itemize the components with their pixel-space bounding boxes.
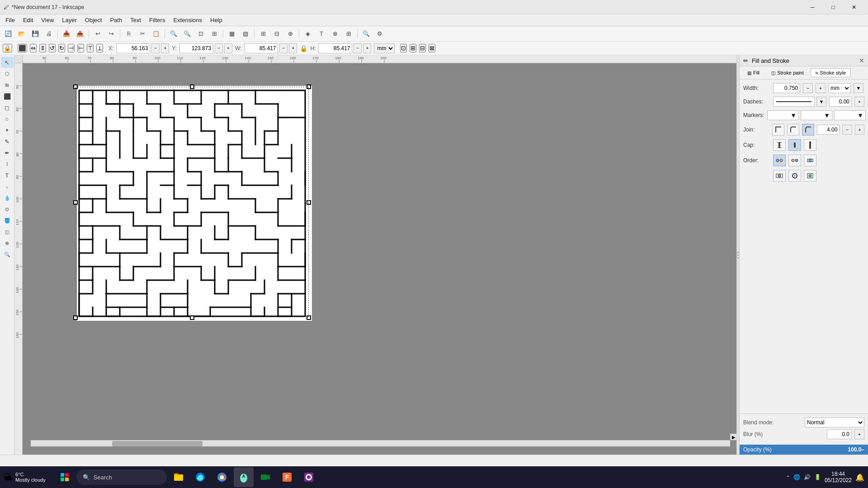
close-button[interactable]: ✕ [844,0,864,14]
menu-text[interactable]: Text [127,16,145,24]
dashes-plus[interactable]: + [854,97,864,107]
minimize-button[interactable]: ─ [802,0,823,14]
transform-button[interactable]: ⊗ [329,28,341,40]
ungroup-button[interactable]: ▧ [239,28,252,40]
unit-select[interactable]: mm px cm in pt [374,43,395,53]
clock[interactable]: 18:44 05/12/2022 [825,471,852,483]
join-plus[interactable]: + [855,125,864,135]
zoom-tool[interactable]: ⬛ [1,91,14,102]
notification-icon[interactable]: 🔔 [855,473,864,482]
star-tool[interactable]: ✦ [1,125,14,136]
export-button[interactable]: 📤 [74,28,86,40]
join-bevel[interactable] [802,124,814,136]
tab-stroke-paint[interactable]: ◫ Stroke paint [766,68,809,77]
handle-br[interactable] [307,315,311,320]
taskbar-explorer[interactable] [169,467,189,487]
order-paint-markers[interactable] [773,155,786,166]
y-minus[interactable]: − [215,43,223,53]
taskbar-chrome[interactable] [212,467,232,487]
eraser-tool[interactable]: ◫ [1,226,14,237]
node-button[interactable]: ◈ [302,28,314,40]
zoom-custom-button[interactable]: ⊞ [208,28,221,40]
order-alt1[interactable] [773,170,786,182]
canvas-viewport[interactable]: ▶ [23,63,736,446]
tab-fill[interactable]: ▧ Fill [742,68,764,77]
taskbar-inkscape[interactable] [234,467,254,487]
taskbar-app2[interactable] [299,467,319,487]
copy-button[interactable]: ⎘ [123,28,135,40]
save-button[interactable]: 💾 [29,28,42,40]
x-minus[interactable]: − [151,43,160,53]
group-button[interactable]: ▦ [226,28,238,40]
order-markers-paint[interactable] [788,155,801,166]
text-tool-btn[interactable]: T [315,28,328,40]
cap-round[interactable] [788,139,801,151]
w-minus[interactable]: − [279,43,288,53]
width-unit-dropdown[interactable]: ▼ [854,83,863,93]
marker-mid-select[interactable]: ▼ [801,110,832,120]
dashes-dropdown[interactable]: ▼ [816,97,826,107]
dashes-selector[interactable] [773,97,815,107]
menu-layer[interactable]: Layer [58,16,80,24]
marker-mid-btn[interactable]: ▼ [801,111,832,120]
distribute-button[interactable]: ⊟ [270,28,283,40]
zoom-out-button[interactable]: 🔍 [181,28,193,40]
rotate-ccw[interactable]: ↺ [49,44,56,52]
paint-bucket-tool[interactable]: 🪣 [1,215,14,226]
grid-panel[interactable]: ⊠ [429,44,435,52]
spray-tool[interactable]: ⊙ [1,204,14,215]
y-plus[interactable]: + [224,43,232,53]
canvas-area[interactable]: 50 60 70 80 90 100 110 120 130 [14,55,736,455]
xml-button[interactable]: ⊞ [342,28,355,40]
width-input[interactable] [773,83,800,93]
order-custom[interactable] [804,155,816,166]
blend-mode-select[interactable]: Normal Multiply Screen Overlay [805,418,864,427]
width-unit-select[interactable]: mm px [828,83,851,93]
zoom-in-button[interactable]: 🔍 [167,28,180,40]
cap-square[interactable] [804,139,816,151]
align-left[interactable]: ⊣ [68,44,75,52]
flip-h[interactable]: ⇔ [30,44,37,52]
taskbar-meet[interactable] [255,467,275,487]
paste-button[interactable]: 📋 [150,28,162,40]
cap-butt[interactable] [773,139,786,151]
snap-toggle[interactable]: 🔒 [3,44,12,52]
marker-end-select[interactable]: ▼ [834,110,866,120]
selector-tool[interactable]: ↖ [1,57,14,68]
handle-ml[interactable] [73,200,78,205]
marker-end-btn[interactable]: ▼ [835,111,865,120]
width-minus[interactable]: − [803,83,813,93]
menu-path[interactable]: Path [106,16,126,24]
join-round[interactable] [787,124,799,136]
align-button[interactable]: ⊞ [257,28,269,40]
h-plus[interactable]: + [363,43,371,53]
menu-filters[interactable]: Filters [146,16,169,24]
open-button[interactable]: 📂 [15,28,28,40]
handle-mr[interactable] [307,200,311,205]
gradient-tool[interactable]: ⬦ [1,181,14,192]
align-top[interactable]: ⊥ [96,44,103,52]
rect-tool[interactable]: ◻ [1,102,14,113]
marker-start-btn[interactable]: ▼ [768,111,798,120]
handle-bc[interactable] [190,315,194,320]
join-miter[interactable] [772,124,784,136]
join-minus[interactable]: − [842,125,852,135]
w-plus[interactable]: + [289,43,297,53]
join-value-input[interactable] [817,125,840,135]
align-center-h[interactable]: ⊢ [77,44,84,52]
print-button[interactable]: 🖨 [42,28,55,40]
scroll-corner[interactable]: ▶ [730,434,736,440]
taskbar-edge[interactable] [190,467,210,487]
handle-tc[interactable] [190,84,194,89]
handle-tr[interactable] [307,84,311,89]
preferences-button[interactable]: ⚙ [373,28,386,40]
tweak-tool[interactable]: ≋ [1,80,14,90]
marker-start-select[interactable]: ▼ [767,110,799,120]
pencil-tool[interactable]: ✎ [1,136,14,147]
snap-panel[interactable]: ⊟ [419,44,426,52]
text-tool[interactable]: T [1,170,14,181]
menu-file[interactable]: File [2,16,19,24]
snap-button[interactable]: ⊕ [284,28,297,40]
blur-input[interactable] [827,429,852,439]
zoom-fit-button[interactable]: ⊡ [194,28,207,40]
